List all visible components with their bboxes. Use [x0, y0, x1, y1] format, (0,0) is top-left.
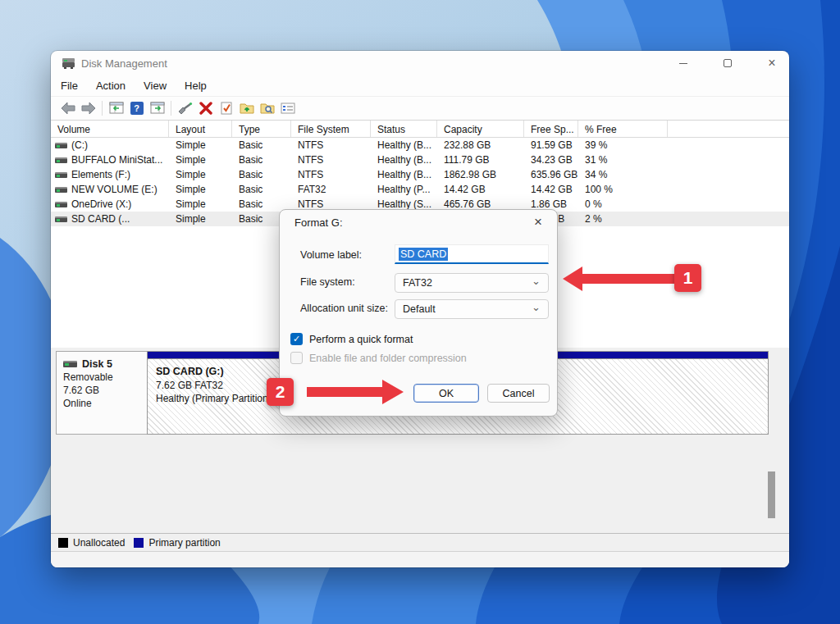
volume-label-value: SD CARD: [399, 248, 448, 261]
volume-file-system: NTFS: [291, 198, 371, 210]
table-row[interactable]: NEW VOLUME (E:) Simple Basic FAT32 Healt…: [51, 182, 789, 197]
volume-icon: [55, 157, 67, 163]
show-action-pane-icon: [149, 101, 166, 116]
delete-volume-button[interactable]: [195, 99, 216, 118]
column-header-free-space[interactable]: Free Sp...: [524, 121, 578, 137]
volume-icon: [55, 202, 67, 207]
volume-name: Elements (F:): [71, 169, 130, 180]
toolbar-separator: [171, 101, 171, 116]
check-document-icon: [218, 101, 235, 116]
menu-file[interactable]: File: [61, 80, 87, 92]
step1-arrow: [558, 261, 681, 297]
volume-name: SD CARD (...: [71, 213, 130, 225]
volume-icon: [55, 187, 67, 193]
column-header-status[interactable]: Status: [371, 121, 437, 137]
menu-help[interactable]: Help: [176, 80, 216, 92]
quick-format-checkbox[interactable]: ✓: [290, 333, 303, 345]
column-header-file-system[interactable]: File System: [291, 121, 371, 137]
table-row[interactable]: BUFFALO MiniStat... Simple Basic NTFS He…: [51, 153, 789, 167]
volume-pct-free: 34 %: [578, 169, 668, 180]
disk-management-app-icon: [62, 57, 75, 69]
quick-format-label: Perform a quick format: [309, 334, 413, 345]
disk-icon: [63, 361, 77, 367]
disk-name: Disk 5: [82, 358, 112, 371]
minimize-icon: [679, 63, 687, 64]
volume-layout: Simple: [169, 198, 232, 210]
disk-status: Online: [63, 397, 147, 410]
file-system-dropdown[interactable]: FAT32 ⌄: [395, 273, 549, 293]
volume-capacity: 14.42 GB: [437, 184, 524, 195]
properties-button[interactable]: [277, 99, 298, 118]
column-header-capacity[interactable]: Capacity: [437, 121, 524, 137]
volume-file-system: NTFS: [291, 169, 371, 180]
volume-icon: [55, 216, 67, 222]
menu-action[interactable]: Action: [87, 80, 135, 92]
check-disk-button[interactable]: [216, 99, 236, 118]
volume-file-system: NTFS: [291, 154, 371, 166]
table-row[interactable]: Elements (F:) Simple Basic NTFS Healthy …: [51, 167, 789, 182]
volume-pct-free: 100 %: [578, 184, 668, 195]
allocation-dropdown[interactable]: Default ⌄: [395, 299, 549, 319]
volume-file-system: NTFS: [291, 139, 371, 151]
volume-status: Healthy (B...: [371, 139, 437, 151]
minimize-button[interactable]: [675, 55, 692, 71]
back-button[interactable]: [57, 99, 78, 118]
volume-icon: [55, 172, 67, 178]
volume-name: NEW VOLUME (E:): [71, 184, 158, 195]
volume-free-space: 14.42 GB: [524, 184, 578, 195]
disk-header-box[interactable]: Disk 5 Removable 7.62 GB Online: [56, 351, 148, 435]
show-action-pane-button[interactable]: [147, 99, 167, 118]
column-header-type[interactable]: Type: [232, 121, 291, 137]
help-button[interactable]: ?: [126, 99, 147, 118]
volume-capacity: 232.88 GB: [437, 139, 524, 151]
cancel-button[interactable]: Cancel: [487, 384, 550, 403]
toolbar: ?: [51, 97, 789, 121]
volume-layout: Simple: [169, 154, 232, 166]
help-icon: ?: [130, 102, 144, 115]
volume-type: Basic: [232, 169, 291, 180]
volume-label-input[interactable]: SD CARD: [395, 244, 549, 264]
extend-volume-button[interactable]: [236, 99, 257, 118]
unallocated-swatch: [58, 538, 68, 548]
disk-kind: Removable: [63, 371, 147, 384]
volume-pct-free: 0 %: [578, 198, 668, 210]
explore-volume-button[interactable]: [257, 99, 277, 118]
column-header-volume[interactable]: Volume: [51, 121, 169, 137]
check-icon: ✓: [293, 334, 300, 344]
volume-free-space: 91.59 GB: [524, 139, 578, 151]
volume-type: Basic: [232, 184, 291, 195]
volume-capacity: 111.79 GB: [437, 154, 524, 166]
file-system-label: File system:: [300, 276, 355, 288]
toolbar-separator: [102, 101, 103, 116]
volume-icon: [55, 143, 67, 148]
volume-free-space: 635.96 GB: [524, 169, 578, 180]
chevron-down-icon: ⌄: [532, 301, 541, 313]
menu-view[interactable]: View: [135, 80, 176, 92]
window-controls: ×: [675, 51, 780, 75]
dialog-close-button[interactable]: ×: [527, 212, 549, 232]
window-title: Disk Management: [81, 57, 167, 70]
delete-x-icon: [199, 101, 213, 116]
vertical-scrollbar-thumb[interactable]: [768, 471, 775, 518]
tools-button[interactable]: [175, 99, 195, 118]
ok-button[interactable]: OK: [413, 384, 479, 403]
volume-layout: Simple: [169, 213, 232, 225]
close-button[interactable]: ×: [764, 55, 780, 71]
volume-pct-free: 39 %: [578, 139, 668, 151]
table-row[interactable]: (C:) Simple Basic NTFS Healthy (B... 232…: [51, 138, 789, 153]
close-icon: ×: [768, 57, 775, 70]
volume-free-space: 1.86 GB: [524, 198, 578, 210]
volume-table-header: Volume Layout Type File System Status Ca…: [51, 121, 789, 138]
column-header-pct-free[interactable]: % Free: [578, 121, 668, 137]
column-header-layout[interactable]: Layout: [169, 121, 232, 137]
folder-search-icon: [259, 101, 276, 116]
tools-icon: [177, 101, 194, 116]
volume-layout: Simple: [169, 184, 232, 195]
forward-icon: [80, 101, 97, 116]
legend-bar: Unallocated Primary partition: [51, 533, 789, 551]
legend-primary-label: Primary partition: [148, 537, 220, 549]
forward-button[interactable]: [78, 99, 98, 118]
titlebar: Disk Management ×: [51, 51, 789, 75]
maximize-button[interactable]: [719, 55, 736, 71]
show-console-tree-button[interactable]: [106, 99, 126, 118]
